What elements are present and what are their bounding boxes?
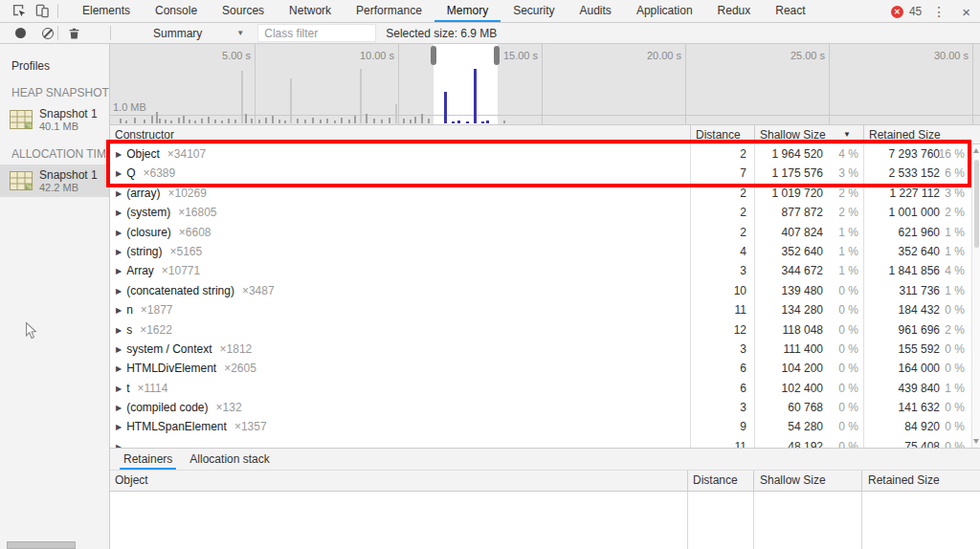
delete-profile-icon[interactable] xyxy=(62,23,85,44)
distance-value: 11 xyxy=(735,440,746,448)
constructor-row[interactable]: ▶Array×107713344 6721 %1 841 8564 % xyxy=(110,261,971,280)
tab-audits[interactable]: Audits xyxy=(568,0,624,22)
tab-sources[interactable]: Sources xyxy=(210,0,277,22)
selection-right-handle[interactable] xyxy=(494,46,500,65)
instance-count: ×2605 xyxy=(224,362,256,375)
disclosure-icon[interactable]: ▶ xyxy=(116,209,122,217)
tab-redux[interactable]: Redux xyxy=(705,0,764,22)
time-tick-label: 10.00 s xyxy=(341,50,394,61)
perspective-select[interactable]: Summary ▼ xyxy=(153,27,244,40)
tab-retainers[interactable]: Retainers xyxy=(120,449,176,470)
column-object[interactable]: Object xyxy=(115,473,148,487)
column-constructor[interactable]: Constructor xyxy=(115,128,174,142)
disclosure-icon[interactable]: ▶ xyxy=(116,169,122,178)
column-divider[interactable] xyxy=(863,125,864,143)
column-retained-size[interactable]: Retained Size xyxy=(869,128,941,142)
constructor-row[interactable]: ▶(concatenated string)×348710139 4800 %3… xyxy=(110,281,971,300)
instance-count: ×10269 xyxy=(168,187,207,200)
retained-size-value: 141 632 xyxy=(899,401,940,414)
constructor-row[interactable]: ▶(array)×1026921 019 7202 %1 227 1123 % xyxy=(110,184,971,203)
constructor-row[interactable]: ▶HTMLSpanElement×1357954 2800 %84 9200 % xyxy=(110,417,971,436)
device-toolbar-icon[interactable] xyxy=(31,1,54,22)
inspect-element-glyph xyxy=(12,4,27,18)
profile-item[interactable]: %Snapshot 140.1 MB xyxy=(0,103,109,136)
error-badge-icon[interactable]: ✕ xyxy=(891,6,903,18)
constructor-row[interactable]: ▶(system)×168052877 8722 %1 001 0002 % xyxy=(110,203,971,222)
inspect-element-icon[interactable] xyxy=(8,1,31,22)
distance-value: 3 xyxy=(740,342,746,356)
record-button[interactable] xyxy=(15,28,26,38)
tab-application[interactable]: Application xyxy=(624,0,705,22)
constructor-row[interactable]: ▶HTMLDivElement×26056104 2000 %164 0000 … xyxy=(110,359,971,378)
clear-icon[interactable] xyxy=(42,28,54,39)
column-divider[interactable] xyxy=(690,125,691,143)
shallow-size-value: 102 400 xyxy=(782,382,823,395)
retained-size-percent: 0 % xyxy=(945,362,965,375)
retained-size-percent: 0 % xyxy=(945,420,965,433)
constructor-row[interactable]: ▶n×187711134 2800 %184 4320 % xyxy=(110,300,971,319)
disclosure-icon[interactable]: ▶ xyxy=(116,248,122,256)
allocation-bar xyxy=(144,120,145,123)
profile-item[interactable]: %Snapshot 142.2 MB xyxy=(0,165,109,197)
constructor-name: Object xyxy=(126,147,160,161)
disclosure-icon[interactable]: ▶ xyxy=(116,267,122,275)
more-options-icon[interactable]: ⋮ xyxy=(927,4,950,19)
disclosure-icon[interactable]: ▶ xyxy=(116,229,122,237)
tab-performance[interactable]: Performance xyxy=(344,0,434,22)
error-count[interactable]: 45 xyxy=(909,5,922,18)
allocation-timeline[interactable]: 5.00 s10.00 s15.00 s20.00 s25.00 s30.00 … xyxy=(110,44,980,125)
column-divider[interactable] xyxy=(753,471,754,491)
disclosure-icon[interactable]: ▶ xyxy=(116,404,122,412)
constructor-row[interactable]: ▶s×162212118 0480 %961 6962 % xyxy=(110,320,971,340)
retained-size-percent: 2 % xyxy=(945,206,965,219)
column-divider[interactable] xyxy=(754,125,755,143)
allocation-bar xyxy=(474,69,477,123)
constructor-row[interactable]: ▶t×11146102 4000 %439 8401 % xyxy=(110,379,971,398)
tab-allocation-stack[interactable]: Allocation stack xyxy=(186,449,273,470)
scroll-up-icon[interactable] xyxy=(973,148,979,153)
scroll-down-icon[interactable] xyxy=(973,439,979,444)
tab-security[interactable]: Security xyxy=(501,0,567,22)
divider xyxy=(110,26,111,40)
time-tick-label: 5.00 s xyxy=(197,50,251,61)
sidebar-hscrollbar-thumb[interactable] xyxy=(7,541,76,549)
disclosure-icon[interactable]: ▶ xyxy=(116,306,122,315)
disclosure-icon[interactable]: ▶ xyxy=(116,345,122,354)
constructor-row[interactable]: ▶1148 1920 %75 4080 % xyxy=(110,437,971,448)
column-retained-size[interactable]: Retained Size xyxy=(868,473,940,487)
distance-value: 10 xyxy=(734,284,746,297)
constructor-row[interactable]: ▶Q×638971 175 5763 %2 533 1526 % xyxy=(110,164,971,183)
retained-size-percent: 1 % xyxy=(945,382,965,395)
tab-memory[interactable]: Memory xyxy=(434,0,501,22)
allocation-bar xyxy=(165,120,167,123)
disclosure-icon[interactable]: ▶ xyxy=(116,423,122,431)
constructor-row[interactable]: ▶Object×3410721 964 5204 %7 293 76016 % xyxy=(110,144,971,164)
disclosure-icon[interactable]: ▶ xyxy=(116,364,122,373)
column-shallow-size[interactable]: Shallow Size xyxy=(760,128,826,142)
tab-network[interactable]: Network xyxy=(277,0,344,22)
close-icon[interactable]: × xyxy=(956,4,976,20)
disclosure-icon[interactable]: ▶ xyxy=(116,384,122,393)
tab-elements[interactable]: Elements xyxy=(70,0,143,22)
scrollbar-thumb[interactable] xyxy=(974,160,979,248)
disclosure-icon[interactable]: ▶ xyxy=(116,326,122,335)
disclosure-icon[interactable]: ▶ xyxy=(116,150,122,159)
table-scrollbar[interactable] xyxy=(971,144,980,448)
disclosure-icon[interactable]: ▶ xyxy=(116,287,122,296)
column-divider[interactable] xyxy=(861,471,862,491)
perspective-value: Summary xyxy=(153,27,202,40)
constructor-row[interactable]: ▶(compiled code)×132360 7680 %141 6320 % xyxy=(110,398,971,417)
class-filter-input[interactable] xyxy=(257,24,376,42)
column-shallow-size[interactable]: Shallow Size xyxy=(760,473,826,487)
constructor-row[interactable]: ▶system / Context×18123111 4000 %155 592… xyxy=(110,340,971,359)
tab-console[interactable]: Console xyxy=(143,0,210,22)
column-distance[interactable]: Distance xyxy=(693,473,738,487)
constructor-row[interactable]: ▶(string)×51654352 6401 %352 6401 % xyxy=(110,242,971,261)
disclosure-icon[interactable]: ▶ xyxy=(116,189,122,198)
selection-left-handle[interactable] xyxy=(431,46,436,65)
time-tick-label: 30.00 s xyxy=(915,50,969,61)
tab-react[interactable]: React xyxy=(763,0,817,22)
column-distance[interactable]: Distance xyxy=(696,128,741,142)
column-divider[interactable] xyxy=(687,471,688,491)
constructor-row[interactable]: ▶(closure)×66082407 8241 %621 9601 % xyxy=(110,223,971,242)
